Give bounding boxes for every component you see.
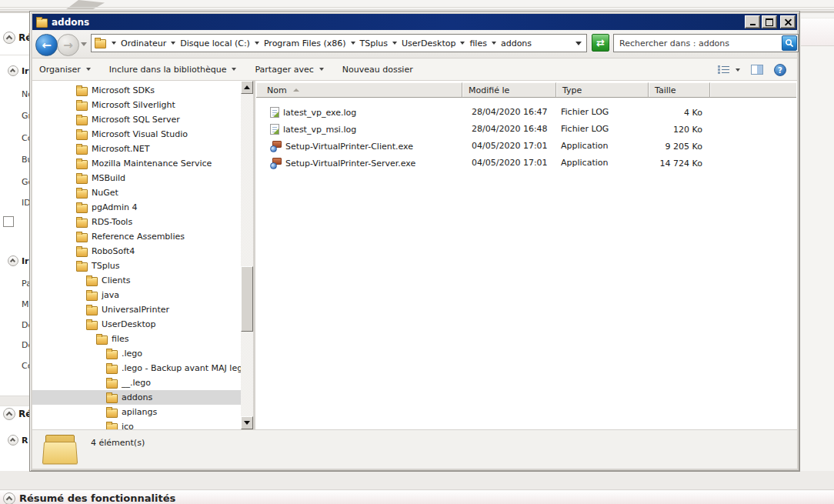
log-file-icon (270, 107, 279, 118)
tree-item-lego[interactable]: .lego (32, 346, 241, 361)
chevron-up-icon[interactable] (8, 65, 18, 76)
tree-item-userdesktop[interactable]: UserDesktop (32, 317, 241, 332)
tree-item-label: files (112, 334, 128, 344)
help-button[interactable]: ? (774, 64, 786, 76)
tree-item-files[interactable]: files (32, 332, 241, 346)
organize-menu[interactable]: Organiser (39, 65, 91, 75)
chevron-up-icon[interactable] (8, 255, 18, 266)
column-header-taille[interactable]: Taille (649, 82, 710, 98)
folder-icon (76, 102, 88, 111)
file-type-cell: Application (556, 138, 649, 155)
refresh-button[interactable]: ⇄ (592, 34, 609, 52)
preview-pane-button[interactable] (751, 65, 763, 75)
tree-item-microsoft-sdks[interactable]: Microsoft SDKs (32, 83, 241, 98)
minimize-button[interactable] (745, 15, 760, 28)
chevron-up-icon[interactable] (3, 492, 15, 504)
tree-item-tsplus[interactable]: TSplus (32, 259, 241, 273)
tree-item-clients[interactable]: Clients (32, 273, 241, 288)
file-name-cell: Setup-VirtualPrinter-Client.exe (256, 141, 462, 152)
tree-item-rds-tools[interactable]: RDS-Tools (32, 215, 241, 229)
tree-item-label: NuGet (92, 188, 118, 198)
background-fragment-text: No (22, 89, 29, 99)
column-header-type[interactable]: Type (556, 82, 649, 98)
recent-pages-dropdown-icon[interactable] (81, 42, 87, 46)
tree-item-microsoft-visual-studio[interactable]: Microsoft Visual Studio (32, 127, 241, 142)
file-row-setup-virtualprinter-server-exe[interactable]: Setup-VirtualPrinter-Server.exe04/05/202… (256, 155, 796, 172)
breadcrumb-segment-ordinateur[interactable]: Ordinateur (120, 38, 167, 48)
folder-icon (76, 189, 88, 199)
column-header-empty[interactable] (710, 82, 796, 98)
maximize-button[interactable] (762, 15, 777, 28)
file-name: Setup-VirtualPrinter-Client.exe (285, 142, 413, 152)
file-row-setup-virtualprinter-client-exe[interactable]: Setup-VirtualPrinter-Client.exe04/05/202… (256, 138, 796, 155)
tree-item-lego[interactable]: __.lego (32, 375, 241, 390)
include-in-library-menu[interactable]: Inclure dans la bibliothèque (109, 65, 237, 75)
background-fragment-text: De (22, 320, 29, 330)
breadcrumb-segment-files[interactable]: files (469, 38, 487, 48)
tree-item-addons[interactable]: addons (32, 390, 241, 405)
title-bar[interactable]: addons (32, 14, 797, 30)
tree-item-lego-backup-avant-maj-lego-ex[interactable]: .lego - Backup avant MAJ lego ex (32, 361, 241, 375)
address-dropdown-icon[interactable] (575, 42, 582, 45)
file-name: Setup-VirtualPrinter-Server.exe (285, 159, 415, 169)
chevron-up-icon[interactable] (8, 435, 18, 446)
window-folder-icon (36, 18, 48, 28)
menu-label: Inclure dans la bibliothèque (109, 65, 227, 75)
folder-icon (106, 423, 118, 430)
back-button[interactable]: ← (35, 34, 58, 56)
tree-item-mozilla-maintenance-service[interactable]: Mozilla Maintenance Service (32, 156, 241, 171)
close-button[interactable] (780, 15, 796, 28)
file-row-latest-vp-msi-log[interactable]: latest_vp_msi.log28/04/2020 16:48Fichier… (256, 121, 796, 138)
tree-item-label: apilangs (122, 407, 157, 417)
column-header-label: Nom (267, 85, 287, 95)
scrollbar-thumb[interactable] (241, 266, 253, 332)
background-fragment-text: Rés (18, 32, 29, 43)
views-button[interactable] (718, 65, 740, 75)
breadcrumb-segment-disque-local-c[interactable]: Disque local (C:) (179, 38, 251, 48)
tree-item-label: .lego (122, 349, 142, 359)
tree-item-pgadmin-4[interactable]: pgAdmin 4 (32, 200, 241, 215)
tree-item-microsoft-net[interactable]: Microsoft.NET (32, 142, 241, 156)
tree-item-microsoft-sql-server[interactable]: Microsoft SQL Server (32, 112, 241, 127)
breadcrumb-segment-tsplus[interactable]: TSplus (359, 38, 389, 48)
new-folder-button[interactable]: Nouveau dossier (342, 65, 413, 75)
tree-item-reference-assemblies[interactable]: Reference Assemblies (32, 229, 241, 244)
folder-icon (76, 248, 88, 257)
background-field-label: Gr (22, 111, 29, 121)
breadcrumb-separator-icon (255, 42, 259, 45)
tree-item-robosoft4[interactable]: RoboSoft4 (32, 244, 241, 259)
folder-icon (106, 365, 118, 374)
tree-item-msbuild[interactable]: MSBuild (32, 171, 241, 185)
background-field-label: ID (22, 198, 29, 208)
address-bar[interactable]: OrdinateurDisque local (C:)Program Files… (91, 34, 587, 52)
breadcrumb-segment-userdesktop[interactable]: UserDesktop (401, 38, 456, 48)
column-header-nom[interactable]: Nom (256, 82, 462, 98)
forward-button[interactable]: → (57, 34, 79, 56)
breadcrumb-segment-program-files-x86[interactable]: Program Files (x86) (263, 38, 347, 48)
folder-icon (76, 145, 88, 155)
share-with-menu[interactable]: Partager avec (255, 65, 323, 75)
background-checkbox[interactable] (3, 216, 14, 227)
search-icon (785, 38, 794, 48)
tree-item-apilangs[interactable]: apilangs (32, 405, 241, 419)
tree-item-nuget[interactable]: NuGet (32, 185, 241, 200)
file-rows: latest_vp_exe.log28/04/2020 16:47Fichier… (256, 104, 796, 172)
scroll-down-button[interactable] (241, 416, 253, 429)
chevron-up-icon[interactable] (3, 32, 15, 44)
breadcrumb-separator-icon (351, 42, 355, 45)
breadcrumb-segment-addons[interactable]: addons (500, 38, 532, 48)
column-header-modifi-le[interactable]: Modifié le (462, 82, 556, 98)
tree-item-java[interactable]: java (32, 288, 241, 302)
file-row-latest-vp-exe-log[interactable]: latest_vp_exe.log28/04/2020 16:47Fichier… (256, 104, 796, 121)
scroll-up-button[interactable] (241, 81, 253, 94)
chevron-up-icon[interactable] (3, 408, 15, 420)
tree-item-ico[interactable]: ico (32, 419, 241, 429)
chevron-down-icon (319, 68, 324, 71)
tree-item-label: Microsoft SQL Server (92, 115, 180, 125)
tree-item-universalprinter[interactable]: UniversalPrinter (32, 302, 241, 317)
tree-item-label: Microsoft Silverlight (92, 100, 175, 110)
tree-scrollbar[interactable] (241, 81, 253, 429)
search-button[interactable] (782, 35, 797, 51)
search-box[interactable]: Rechercher dans : addons (613, 34, 799, 52)
tree-item-microsoft-silverlight[interactable]: Microsoft Silverlight (32, 98, 241, 112)
